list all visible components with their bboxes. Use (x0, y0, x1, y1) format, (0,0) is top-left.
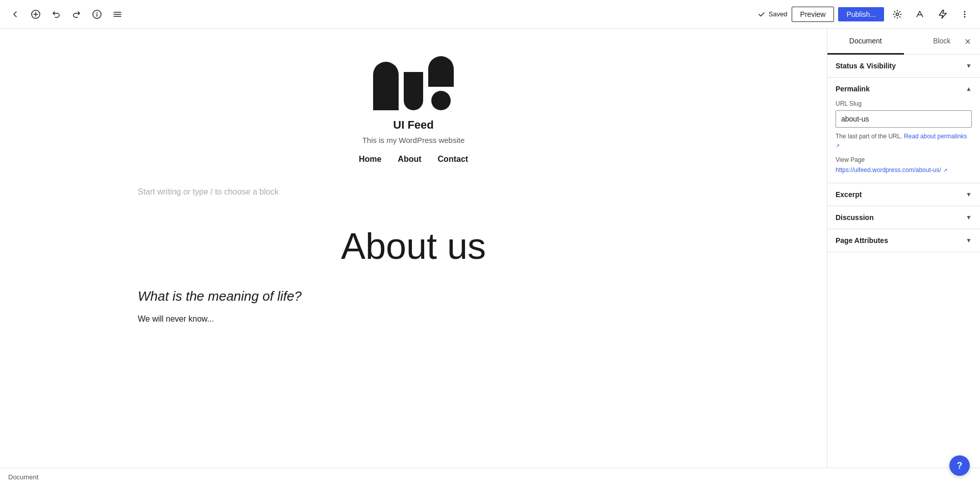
close-sidebar-button[interactable]: × (960, 33, 976, 50)
sidebar: Document Block × Status & Visibility ▼ P… (827, 29, 980, 468)
url-slug-label: URL Slug (836, 100, 972, 107)
bottom-bar: Document (0, 468, 980, 486)
logo-shape-3b (431, 91, 451, 110)
tools-button[interactable] (108, 5, 127, 23)
settings-button[interactable] (888, 5, 906, 23)
undo-button[interactable] (47, 5, 65, 23)
nav-contact[interactable]: Contact (438, 155, 469, 164)
nav-home[interactable]: Home (359, 155, 381, 164)
chevron-down-icon: ▼ (966, 62, 972, 69)
section-permalink: Permalink ▲ URL Slug The last part of th… (827, 78, 980, 183)
logo-shape-1 (373, 62, 399, 110)
page-subtitle[interactable]: What is the meaning of life? (138, 282, 689, 310)
svg-point-2 (96, 12, 97, 13)
logo-shape-2 (404, 72, 423, 110)
redo-button[interactable] (67, 5, 86, 23)
section-discussion-header[interactable]: Discussion ▼ (827, 206, 980, 229)
svg-point-4 (964, 11, 966, 12)
logo-shape-group (428, 56, 454, 110)
svg-point-5 (964, 13, 966, 15)
editor-placeholder[interactable]: Start writing or type / to choose a bloc… (138, 179, 689, 205)
main-layout: UI Feed This is my WordPress website Hom… (0, 29, 980, 468)
chevron-down-icon-3: ▼ (966, 214, 972, 221)
sidebar-tabs: Document Block × (827, 29, 980, 55)
chevron-down-icon-4: ▼ (966, 237, 972, 244)
external-link-icon: ↗ (836, 143, 840, 149)
section-permalink-title: Permalink (836, 85, 870, 93)
saved-label: Saved (769, 10, 788, 18)
section-excerpt-title: Excerpt (836, 190, 862, 199)
type-button[interactable] (911, 5, 929, 23)
toolbar-left (6, 5, 127, 23)
section-excerpt: Excerpt ▼ (827, 183, 980, 206)
url-slug-input[interactable] (836, 110, 972, 128)
back-button[interactable] (6, 5, 24, 23)
permalink-info: The last part of the URL. Read about per… (836, 132, 972, 150)
section-excerpt-header[interactable]: Excerpt ▼ (827, 183, 980, 206)
section-permalink-header[interactable]: Permalink ▲ (827, 78, 980, 100)
bottom-bar-label: Document (8, 473, 38, 481)
toolbar-right: Saved Preview Publish... (757, 5, 974, 23)
external-link-icon-2: ↗ (943, 166, 947, 174)
section-permalink-content: URL Slug The last part of the URL. Read … (827, 100, 980, 183)
info-button[interactable] (88, 5, 106, 23)
more-options-button[interactable] (955, 5, 974, 23)
section-page-attributes: Page Attributes ▼ (827, 229, 980, 252)
nav-about[interactable]: About (398, 155, 421, 164)
site-header: UI Feed This is my WordPress website Hom… (138, 49, 689, 179)
preview-button[interactable]: Preview (792, 7, 835, 22)
chevron-up-icon: ▲ (966, 85, 972, 92)
section-page-attributes-title: Page Attributes (836, 236, 888, 245)
svg-point-6 (964, 16, 966, 17)
view-page-label: View Page (836, 156, 972, 163)
site-logo (138, 59, 689, 110)
page-body[interactable]: We will never know... (138, 310, 689, 328)
editor-area[interactable]: UI Feed This is my WordPress website Hom… (0, 29, 827, 468)
lightning-button[interactable] (933, 5, 951, 23)
toolbar: Saved Preview Publish... (0, 0, 980, 29)
view-page-url-link[interactable]: https://uifeed.wordpress.com/about-us/ ↗ (836, 165, 972, 175)
section-status-visibility-header[interactable]: Status & Visibility ▼ (827, 55, 980, 77)
section-discussion: Discussion ▼ (827, 206, 980, 229)
logo-shape-3a (428, 56, 454, 87)
site-nav: Home About Contact (138, 155, 689, 164)
page-title[interactable]: About us (138, 205, 689, 282)
site-title: UI Feed (138, 118, 689, 132)
saved-indicator: Saved (757, 10, 788, 18)
svg-point-3 (896, 13, 899, 15)
help-button[interactable]: ? (949, 455, 970, 476)
editor-content: UI Feed This is my WordPress website Hom… (107, 29, 720, 348)
chevron-down-icon-2: ▼ (966, 191, 972, 198)
publish-button[interactable]: Publish... (838, 7, 884, 21)
add-block-button[interactable] (27, 5, 45, 23)
section-status-visibility-title: Status & Visibility (836, 62, 896, 70)
section-status-visibility: Status & Visibility ▼ (827, 55, 980, 78)
site-tagline: This is my WordPress website (138, 136, 689, 144)
tab-document[interactable]: Document (827, 29, 904, 55)
section-discussion-title: Discussion (836, 213, 874, 222)
section-page-attributes-header[interactable]: Page Attributes ▼ (827, 229, 980, 252)
